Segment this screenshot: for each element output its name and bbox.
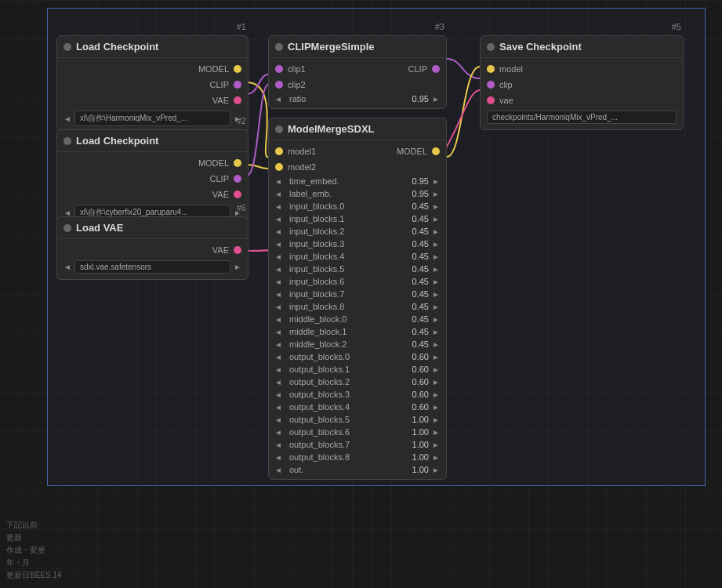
filename-1[interactable]: xl\自作\HarmoniqMix_vPred_... xyxy=(74,111,230,126)
node-title-clip-merge: CLIPMergeSimple xyxy=(288,41,375,53)
node-title-save: Save Checkpoint xyxy=(499,41,582,53)
model-in-connector-save[interactable] xyxy=(487,65,495,73)
node-save-checkpoint: Save Checkpoint #5 model clip vae checkp… xyxy=(480,35,684,130)
slider-input-8: ◄ input_blocks.8 0.45 ► xyxy=(269,300,446,313)
port-model-out-1: MODEL xyxy=(57,61,248,77)
port-vae-in-save: vae xyxy=(481,93,683,108)
canvas-area: Load Checkpoint #1 MODEL CLIP VAE ◄ xl\自… xyxy=(0,0,722,588)
filename-vae[interactable]: sdxl.vae.safetensors xyxy=(74,260,230,274)
port-model-out-2: MODEL xyxy=(57,155,248,171)
status-bar: 下記以前 更新 作成・変更 年・月 更新日BEES.14 xyxy=(6,519,62,582)
slider-output-5: ◄ output_blocks.5 1.00 ► xyxy=(269,413,446,426)
slider-input-3: ◄ input_blocks.3 0.45 ► xyxy=(269,238,446,250)
clip-out-connector[interactable] xyxy=(432,65,440,73)
node-status-dot-2 xyxy=(63,137,71,145)
slider-output-1: ◄ output_blocks.1 0.60 ► xyxy=(269,363,446,376)
node-load-vae: Load VAE #6 VAE ◄ sdxl.vae.safetensors ► xyxy=(56,216,249,280)
ratio-value: 0.95 xyxy=(401,94,429,103)
arrow-left-vae[interactable]: ◄ xyxy=(63,263,71,271)
node-body-model-merge: model1 MODEL model2 ◄ time_embed. 0.95 ►… xyxy=(269,140,446,479)
slider-middle-1: ◄ middle_block.1 0.45 ► xyxy=(269,325,446,338)
filename-save[interactable]: checkpoints/HarmoniqMix_vPred_... xyxy=(487,111,677,124)
model-connector-1[interactable] xyxy=(234,65,241,73)
node-header-clip-merge: CLIPMergeSimple #3 xyxy=(269,36,446,58)
slider-input-5: ◄ input_blocks.5 0.45 ► xyxy=(269,263,446,275)
slider-label-emb: ◄ label_emb. 0.95 ► xyxy=(269,187,446,200)
node-body-2: MODEL CLIP VAE ◄ xl\自作\cyberfix20_parupa… xyxy=(57,152,248,226)
model-connector-2[interactable] xyxy=(234,159,241,167)
slider-input-0: ◄ input_blocks.0 0.45 ► xyxy=(269,200,446,212)
node-id-vae: #6 xyxy=(237,203,246,212)
clip2-in-connector[interactable] xyxy=(275,81,283,89)
node-body-1: MODEL CLIP VAE ◄ xl\自作\HarmoniqMix_vPred… xyxy=(57,58,248,132)
node-status-dot-save xyxy=(487,43,495,51)
ratio-row: ◄ ratio 0.95 ► xyxy=(269,93,446,105)
slider-input-6: ◄ input_blocks.6 0.45 ► xyxy=(269,275,446,288)
status-line-4: 年・月 xyxy=(6,557,62,569)
ratio-left-arrow[interactable]: ◄ xyxy=(274,95,283,103)
slider-output-3: ◄ output_blocks.3 0.60 ► xyxy=(269,388,446,401)
port-vae-out-vae: VAE xyxy=(57,242,248,258)
model2-in-connector[interactable] xyxy=(275,163,283,171)
node-id-2: #2 xyxy=(237,116,246,125)
port-clip-out-2: CLIP xyxy=(57,171,248,187)
slider-middle-2: ◄ middle_block.2 0.45 ► xyxy=(269,338,446,350)
node-title-model-merge: ModelMergeSDXL xyxy=(288,123,375,135)
node-clip-merge: CLIPMergeSimple #3 clip1 CLIP clip2 ◄ ra… xyxy=(268,35,447,109)
node-load-checkpoint-2: Load Checkpoint #2 MODEL CLIP VAE ◄ xl\自… xyxy=(56,129,249,227)
node-status-dot-vae xyxy=(63,224,71,232)
model-out-connector-merge[interactable] xyxy=(432,147,440,155)
filename-field-vae: ◄ sdxl.vae.safetensors ► xyxy=(57,258,248,276)
vae-in-connector-save[interactable] xyxy=(487,96,495,104)
ratio-right-arrow[interactable]: ► xyxy=(432,95,441,103)
port-model-in-save: model xyxy=(481,61,683,77)
vae-connector-1[interactable] xyxy=(234,96,241,104)
port-vae-out-1: VAE xyxy=(57,93,248,108)
node-id-1: #1 xyxy=(237,22,246,31)
slider-input-7: ◄ input_blocks.7 0.45 ► xyxy=(269,288,446,300)
slider-input-4: ◄ input_blocks.4 0.45 ► xyxy=(269,250,446,263)
slider-input-2: ◄ input_blocks.2 0.45 ► xyxy=(269,225,446,238)
filename-field-1: ◄ xl\自作\HarmoniqMix_vPred_... ► xyxy=(57,108,248,129)
slider-output-2: ◄ output_blocks.2 0.60 ► xyxy=(269,376,446,388)
node-header-1: Load Checkpoint #1 xyxy=(57,36,248,58)
node-load-checkpoint-1: Load Checkpoint #1 MODEL CLIP VAE ◄ xl\自… xyxy=(56,35,249,132)
vae-connector-2[interactable] xyxy=(234,191,241,198)
node-body-clip-merge: clip1 CLIP clip2 ◄ ratio 0.95 ► xyxy=(269,58,446,108)
port-model2-in: model2 xyxy=(269,159,446,175)
node-body-save: model clip vae checkpoints/HarmoniqMix_v… xyxy=(481,58,683,129)
node-header-model-merge: ModelMergeSDXL #4 xyxy=(269,118,446,140)
arrow-right-vae[interactable]: ► xyxy=(234,263,241,271)
slider-output-7: ◄ output_blocks.7 1.00 ► xyxy=(269,438,446,451)
status-line-5: 更新日BEES.14 xyxy=(6,569,62,582)
node-model-merge: ModelMergeSDXL #4 model1 MODEL model2 ◄ … xyxy=(268,118,447,480)
slider-output-8: ◄ output_blocks.8 1.00 ► xyxy=(269,451,446,463)
status-line-2: 更新 xyxy=(6,532,62,544)
clip-in-connector-save[interactable] xyxy=(487,81,495,89)
node-title-vae: Load VAE xyxy=(76,222,123,234)
port-vae-out-2: VAE xyxy=(57,187,248,202)
clip1-in-connector[interactable] xyxy=(275,65,283,73)
status-line-3: 作成・変更 xyxy=(6,544,62,557)
port-clip2-in: clip2 xyxy=(269,77,446,93)
slider-middle-0: ◄ middle_block.0 0.45 ► xyxy=(269,313,446,325)
node-header-vae: Load VAE #6 xyxy=(57,217,248,239)
node-status-dot-clip xyxy=(275,43,283,51)
model1-in-connector[interactable] xyxy=(275,147,283,155)
vae-connector-vae[interactable] xyxy=(234,246,241,254)
arrow-left-1[interactable]: ◄ xyxy=(63,114,71,123)
clip-connector-1[interactable] xyxy=(234,81,241,89)
port-clip-out-1: CLIP xyxy=(57,77,248,93)
node-header-save: Save Checkpoint #5 xyxy=(481,36,683,58)
node-body-vae: VAE ◄ sdxl.vae.safetensors ► xyxy=(57,239,248,279)
slider-out: ◄ out. 1.00 ► xyxy=(269,463,446,476)
node-header-2: Load Checkpoint #2 xyxy=(57,130,248,152)
node-status-dot-model-merge xyxy=(275,125,283,133)
node-id-save: #5 xyxy=(672,22,681,31)
arrow-left-2[interactable]: ◄ xyxy=(63,209,71,217)
port-clip1-in: clip1 CLIP xyxy=(269,61,446,77)
slider-input-1: ◄ input_blocks.1 0.45 ► xyxy=(269,212,446,225)
node-status-dot-1 xyxy=(63,43,71,51)
clip-connector-2[interactable] xyxy=(234,175,241,183)
status-line-1: 下記以前 xyxy=(6,519,62,532)
